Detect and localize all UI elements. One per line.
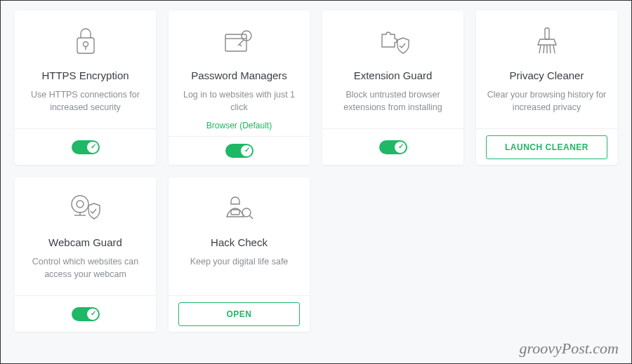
card-title: HTTPS Encryption bbox=[41, 69, 129, 81]
card-footer: OPEN bbox=[169, 295, 310, 332]
key-browser-icon bbox=[223, 23, 256, 60]
card-title: Hack Check bbox=[211, 236, 268, 248]
card-footer bbox=[322, 128, 463, 165]
svg-rect-8 bbox=[545, 28, 549, 39]
hacker-icon bbox=[223, 190, 256, 227]
svg-point-14 bbox=[72, 196, 88, 213]
svg-line-12 bbox=[550, 45, 551, 53]
feature-grid: HTTPS Encryption Use HTTPS connections f… bbox=[1, 1, 631, 342]
puzzle-shield-icon bbox=[376, 23, 410, 60]
toggle-webcam-guard[interactable] bbox=[72, 307, 100, 321]
card-desc: Control which websites can access your w… bbox=[25, 255, 146, 281]
toggle-https-encryption[interactable] bbox=[72, 140, 100, 154]
card-desc: Block untrusted browser extensions from … bbox=[332, 88, 454, 114]
card-body: Password Managers Log in to websites wit… bbox=[169, 11, 310, 136]
card-title: Password Managers bbox=[191, 69, 287, 81]
svg-line-7 bbox=[239, 44, 242, 46]
card-footer bbox=[15, 295, 156, 332]
card-subtext: Browser (Default) bbox=[206, 121, 272, 130]
brush-icon bbox=[533, 23, 561, 60]
card-privacy-cleaner: Privacy Cleaner Clear your browsing hist… bbox=[476, 11, 617, 165]
card-password-managers: Password Managers Log in to websites wit… bbox=[169, 11, 310, 165]
svg-rect-3 bbox=[225, 34, 246, 51]
svg-line-9 bbox=[539, 45, 541, 53]
launch-cleaner-button[interactable]: LAUNCH CLEANER bbox=[486, 135, 607, 159]
svg-line-10 bbox=[544, 45, 544, 53]
card-desc: Use HTTPS connections for increased secu… bbox=[25, 88, 146, 114]
card-footer bbox=[15, 128, 156, 165]
toggle-extension-guard[interactable] bbox=[379, 140, 407, 154]
card-desc: Keep your digital life safe bbox=[190, 255, 289, 268]
card-webcam-guard: Webcam Guard Control which websites can … bbox=[15, 177, 156, 332]
card-body: Extension Guard Block untrusted browser … bbox=[322, 11, 463, 128]
card-footer bbox=[169, 136, 310, 165]
card-extension-guard: Extension Guard Block untrusted browser … bbox=[322, 11, 463, 165]
webcam-shield-icon bbox=[69, 190, 103, 227]
toggle-password-managers[interactable] bbox=[225, 144, 254, 158]
open-button[interactable]: OPEN bbox=[178, 302, 300, 326]
card-desc: Log in to websites with just 1 click bbox=[178, 88, 300, 114]
svg-point-1 bbox=[83, 42, 88, 47]
card-footer: LAUNCH CLEANER bbox=[476, 128, 617, 165]
svg-line-6 bbox=[238, 40, 244, 46]
card-title: Webcam Guard bbox=[48, 236, 122, 248]
card-title: Extension Guard bbox=[354, 69, 433, 81]
svg-rect-0 bbox=[77, 38, 94, 53]
svg-rect-17 bbox=[231, 210, 239, 215]
watermark: groovyPost.com bbox=[519, 339, 619, 358]
card-body: Webcam Guard Control which websites can … bbox=[15, 177, 156, 295]
lock-icon bbox=[72, 23, 100, 60]
svg-point-15 bbox=[77, 201, 84, 208]
card-hack-check: Hack Check Keep your digital life safe O… bbox=[169, 177, 310, 332]
card-body: HTTPS Encryption Use HTTPS connections f… bbox=[15, 11, 156, 128]
card-https-encryption: HTTPS Encryption Use HTTPS connections f… bbox=[15, 11, 156, 165]
card-body: Privacy Cleaner Clear your browsing hist… bbox=[476, 11, 617, 128]
svg-line-13 bbox=[553, 45, 555, 53]
svg-line-19 bbox=[249, 215, 253, 219]
card-title: Privacy Cleaner bbox=[510, 69, 584, 81]
card-desc: Clear your browsing history for increase… bbox=[486, 88, 607, 114]
card-body: Hack Check Keep your digital life safe bbox=[169, 177, 310, 295]
